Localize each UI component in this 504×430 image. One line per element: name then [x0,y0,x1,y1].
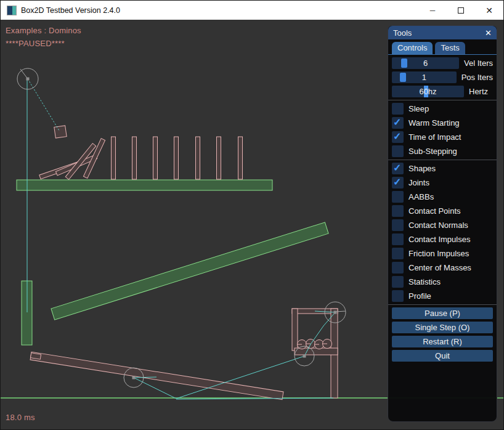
checkbox-joints[interactable]: ✓ [392,177,404,189]
window-title: Box2D Testbed Version 2.4.0 [21,6,120,15]
test-name-label: Examples : Dominos [6,26,81,35]
quit-button[interactable]: Quit [392,350,493,362]
checkbox-shapes[interactable]: ✓ [392,163,404,174]
hertz-label: Hertz [469,86,488,97]
tools-panel-title: Tools [393,28,485,38]
vel-iters-label: Vel Iters [464,57,493,69]
app-icon [7,6,17,15]
restart-button[interactable]: Restart (R) [392,336,493,347]
hertz-input[interactable]: 60 hz [392,86,464,97]
app-window: Box2D Testbed Version 2.4.0 ─ ✕ [0,0,504,430]
tabbar: Controls Tests [388,39,497,55]
checkbox-label: Sleep [408,103,429,115]
checkbox-center-of-masses[interactable]: ✓ [392,262,404,274]
separator [388,304,497,305]
checkbox-label: Profile [408,290,431,302]
checkbox-label: Contact Impulses [408,233,470,245]
checkbox-label: Joints [408,177,429,189]
check-icon: ✓ [393,116,401,128]
tab-tests[interactable]: Tests [435,42,465,54]
checkbox-label: Contact Normals [408,219,468,231]
paused-banner: ****PAUSED**** [6,39,65,48]
vel-iters-value: 6 [392,57,459,69]
tools-panel: Tools ✕ Controls Tests 6 Vel Iters 1 Pos… [388,25,497,422]
checkbox-label: Warm Starting [408,117,460,129]
checkbox-warm-starting[interactable]: ✓ [392,117,404,129]
check-icon: ✓ [393,176,401,188]
checkbox-friction-impulses[interactable]: ✓ [392,248,404,259]
checkbox-label: Center of Masses [408,262,471,274]
checkbox-contact-points[interactable]: ✓ [392,205,404,217]
separator [388,160,497,160]
titlebar: Box2D Testbed Version 2.4.0 ─ ✕ [1,1,503,20]
pos-iters-slider[interactable]: 1 [392,71,457,83]
checkbox-sleep[interactable]: ✓ [392,103,404,115]
maximize-icon [458,7,464,14]
check-icon: ✓ [393,131,401,142]
checkbox-statistics[interactable]: ✓ [392,276,404,288]
checkbox-contact-impulses[interactable]: ✓ [392,233,404,245]
tools-panel-titlebar[interactable]: Tools ✕ [388,26,497,39]
tab-controls[interactable]: Controls [392,42,433,54]
checkbox-sub-stepping[interactable]: ✓ [392,145,404,157]
checkbox-contact-normals[interactable]: ✓ [392,219,404,231]
close-button[interactable]: ✕ [475,1,503,20]
hertz-selection: 0 [424,86,428,97]
dynamic-bodies [30,126,338,400]
hertz-value: 6 [419,86,423,97]
single-step-button[interactable]: Single Step (O) [392,322,493,333]
checkbox-aabbs[interactable]: ✓ [392,191,404,203]
hertz-unit: hz [428,86,437,97]
separator [388,100,497,100]
check-icon: ✓ [393,162,401,174]
pause-button[interactable]: Pause (P) [392,307,493,319]
maximize-button[interactable] [447,1,475,20]
checkbox-label: AABBs [408,191,434,203]
tools-close-icon[interactable]: ✕ [485,29,492,37]
minimize-button[interactable]: ─ [418,1,447,20]
checkbox-label: Sub-Stepping [408,145,457,157]
checkbox-label: Shapes [408,163,436,174]
vel-iters-slider[interactable]: 6 [392,57,459,69]
pos-iters-value: 1 [392,71,457,83]
checkbox-label: Friction Impulses [408,248,469,259]
checkbox-time-of-impact[interactable]: ✓ [392,131,404,143]
checkbox-profile[interactable]: ✓ [392,290,404,302]
frame-time-label: 18.0 ms [6,413,35,422]
checkbox-label: Contact Points [408,205,461,217]
pos-iters-label: Pos Iters [461,71,493,83]
checkbox-label: Time of Impact [408,131,461,143]
checkbox-label: Statistics [408,276,441,288]
